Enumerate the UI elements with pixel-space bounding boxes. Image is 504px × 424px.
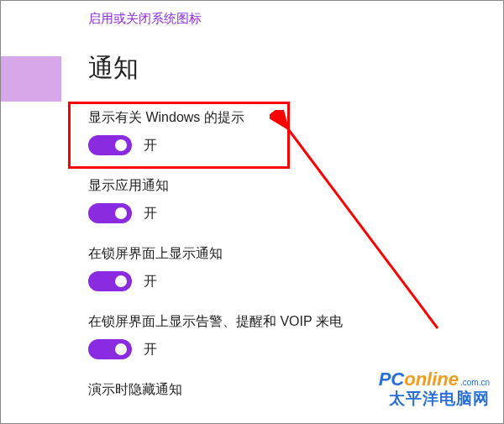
toggle-state-label: 开 [144,341,157,359]
toggle-state-label: 开 [144,137,157,154]
setting-label: 在锁屏界面上显示告警、提醒和 VOIP 来电 [88,313,486,331]
toggle-lockscreen-notifications[interactable] [88,271,132,291]
watermark-brand: PConline.com.cn [379,369,490,390]
toggle-state-label: 开 [144,205,157,222]
watermark: PConline.com.cn 太平洋电脑网 [379,369,490,408]
setting-label: 显示应用通知 [88,177,486,195]
toggle-state-label: 开 [144,273,157,291]
setting-label: 显示有关 Windows 的提示 [88,109,486,127]
toggle-app-notifications[interactable] [88,203,132,223]
link-system-icons[interactable]: 启用或关闭系统图标 [88,11,202,27]
setting-app-notifications: 显示应用通知 开 [88,177,486,223]
setting-lockscreen-alerts: 在锁屏界面上显示告警、提醒和 VOIP 来电 开 [88,313,486,359]
accent-sidebar-marker [1,56,61,102]
setting-lockscreen-notifications: 在锁屏界面上显示通知 开 [88,245,486,291]
setting-windows-tips: 显示有关 Windows 的提示 开 [88,109,486,155]
watermark-tagline: 太平洋电脑网 [379,390,490,408]
setting-label: 在锁屏界面上显示通知 [88,245,486,263]
toggle-lockscreen-alerts[interactable] [88,339,132,359]
section-title-notifications: 通知 [88,51,486,86]
toggle-windows-tips[interactable] [88,135,132,155]
